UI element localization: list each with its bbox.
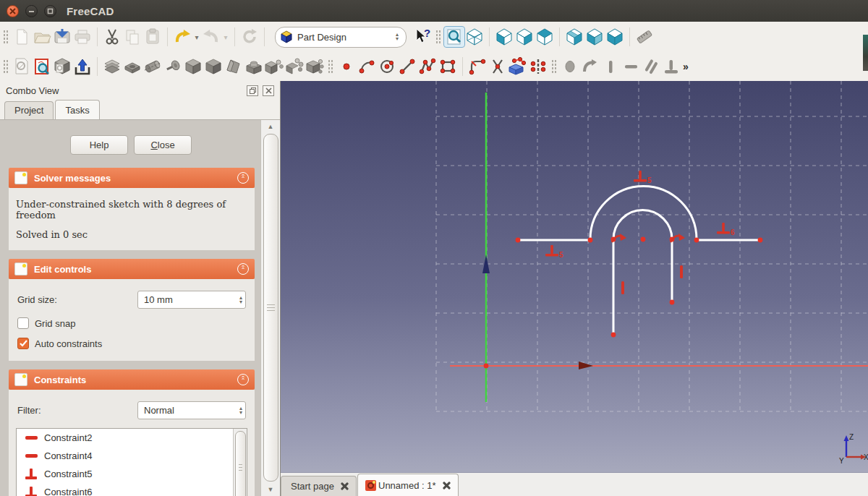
constraint-arc-icon[interactable] (580, 56, 600, 77)
undo-dropdown-caret-icon[interactable]: ▾ (192, 33, 201, 41)
create-arc-icon[interactable] (357, 56, 377, 77)
pad-icon[interactable] (102, 56, 122, 77)
close-tab-icon[interactable] (443, 482, 451, 489)
list-item[interactable]: Constraint2 (17, 429, 247, 447)
workbench-selector[interactable]: Part Design ▴▾ (275, 27, 407, 48)
constraint-perpendicular-icon[interactable] (661, 56, 681, 77)
scroll-up-icon[interactable]: ▲ (261, 121, 280, 132)
constraints-header[interactable]: Constraints ⌃⌃ (9, 369, 255, 390)
groove-icon[interactable] (163, 56, 183, 77)
window-close-button[interactable] (7, 5, 19, 17)
print-icon[interactable] (72, 27, 93, 47)
window-minimize-button[interactable] (25, 5, 38, 17)
filter-combobox[interactable]: Normal ▴▾ (137, 401, 246, 419)
copy-icon[interactable] (122, 27, 142, 47)
new-document-icon[interactable] (12, 27, 32, 47)
additive-box-icon[interactable] (183, 56, 203, 77)
undo-icon[interactable] (172, 27, 192, 47)
pocket-icon[interactable] (122, 56, 142, 77)
leave-sketch-icon[interactable] (72, 56, 93, 77)
constraint-list[interactable]: Constraint2 Constraint4 Constraint5 Cons… (16, 428, 247, 496)
refresh-icon[interactable] (239, 27, 260, 47)
scroll-down-icon[interactable]: ▼ (261, 484, 280, 495)
auto-constraints-checkbox[interactable] (17, 338, 29, 349)
grid-size-spinbox[interactable]: 10 mm ▴▾ (137, 291, 246, 309)
polar-pattern-icon[interactable] (284, 56, 305, 77)
toolbar-overflow-icon[interactable]: » (683, 61, 689, 72)
spinner-arrows[interactable]: ▴▾ (237, 296, 245, 304)
view-top-icon[interactable] (535, 27, 555, 47)
view-axonometric-icon[interactable] (464, 27, 485, 47)
create-polyline-icon[interactable] (417, 56, 438, 77)
external-geometry-icon[interactable] (508, 56, 528, 77)
edit-controls-header[interactable]: Edit controls ⌃⌃ (9, 259, 255, 279)
view-front-icon[interactable] (494, 27, 514, 47)
view-rear-icon[interactable] (514, 27, 535, 47)
toolbar-handle[interactable] (551, 59, 556, 74)
list-item[interactable]: Constraint5 (17, 465, 247, 483)
save-document-icon[interactable] (52, 27, 72, 47)
list-scrollbar[interactable]: ▼ (233, 429, 247, 496)
map-sketch-icon[interactable] (52, 56, 72, 77)
toolbar-handle[interactable] (3, 59, 8, 74)
new-sketch-icon[interactable] (12, 56, 32, 77)
multitransform-icon[interactable] (305, 56, 325, 77)
create-line-icon[interactable] (397, 56, 417, 77)
tab-unnamed-document[interactable]: Unnamed : 1* (357, 474, 459, 496)
toolbar-handle[interactable] (435, 29, 441, 45)
tab-tasks[interactable]: Tasks (55, 100, 99, 119)
trim-edge-icon[interactable] (488, 56, 508, 77)
spinner-arrows[interactable]: ▴▾ (237, 406, 245, 415)
create-circle-icon[interactable] (377, 56, 397, 77)
collapse-icon[interactable]: ⌃⌃ (237, 263, 249, 275)
panel-close-button[interactable] (263, 85, 274, 96)
window-maximize-button[interactable] (44, 5, 56, 17)
open-document-icon[interactable] (32, 27, 52, 47)
tab-start-page[interactable]: Start page (281, 476, 357, 496)
help-button[interactable]: Help (70, 135, 128, 155)
cut-icon[interactable] (102, 27, 122, 47)
boss-icon[interactable] (244, 56, 264, 77)
close-task-button[interactable]: Close (134, 135, 192, 155)
collapse-icon[interactable]: ⌃⌃ (237, 374, 249, 385)
tasks-scrollbar[interactable]: ▲ ▼ (260, 120, 280, 496)
list-item[interactable]: Constraint4 (17, 447, 247, 465)
view-bottom-icon[interactable] (605, 27, 625, 47)
toolbar-handle[interactable] (328, 59, 333, 74)
redo-dropdown-caret-icon[interactable]: ▾ (221, 33, 230, 41)
3d-viewport[interactable]: 556ZYX (281, 81, 868, 473)
create-fillet-icon[interactable] (467, 56, 488, 77)
paste-icon[interactable] (142, 27, 163, 47)
solver-messages-header[interactable]: Solver messages ⌃⌃ (9, 168, 255, 188)
tab-project[interactable]: Project (4, 101, 54, 119)
workbench-spinner[interactable]: ▴▾ (393, 33, 401, 41)
sketch-canvas[interactable]: 556ZYX (281, 81, 868, 473)
panel-float-button[interactable] (247, 85, 258, 96)
view-right-icon[interactable] (564, 27, 584, 47)
toggle-symmetry-icon[interactable] (528, 56, 548, 77)
draft-icon[interactable] (224, 56, 244, 77)
grid-snap-checkbox[interactable] (17, 317, 29, 329)
constraint-horizontal-icon[interactable] (621, 56, 641, 77)
revolution-icon[interactable] (142, 56, 163, 77)
toolbar-handle[interactable] (3, 29, 8, 45)
linear-pattern-icon[interactable] (264, 56, 284, 77)
collapse-icon[interactable]: ⌃⌃ (237, 172, 249, 184)
create-rectangle-icon[interactable] (438, 56, 458, 77)
close-tab-icon[interactable] (341, 482, 349, 490)
scrollbar-thumb[interactable] (263, 134, 278, 482)
redo-icon[interactable] (201, 27, 221, 47)
subtractive-box-icon[interactable] (203, 56, 224, 77)
scrollbar-thumb[interactable] (235, 431, 246, 496)
view-left-icon[interactable] (584, 27, 605, 47)
whats-this-icon[interactable]: ? (412, 27, 433, 47)
list-item[interactable]: Constraint6 (17, 483, 247, 496)
constraint-parallel-icon[interactable] (641, 56, 661, 77)
measure-distance-icon[interactable] (634, 27, 655, 47)
edit-controls-section: Edit controls ⌃⌃ Grid size: 10 mm ▴▾ Gri… (9, 259, 255, 361)
constraint-vertical-icon[interactable] (600, 56, 621, 77)
fit-all-icon[interactable] (444, 27, 464, 47)
create-point-icon[interactable] (336, 56, 357, 77)
view-sketch-icon[interactable] (32, 56, 52, 77)
construction-mode-icon[interactable] (560, 56, 580, 77)
